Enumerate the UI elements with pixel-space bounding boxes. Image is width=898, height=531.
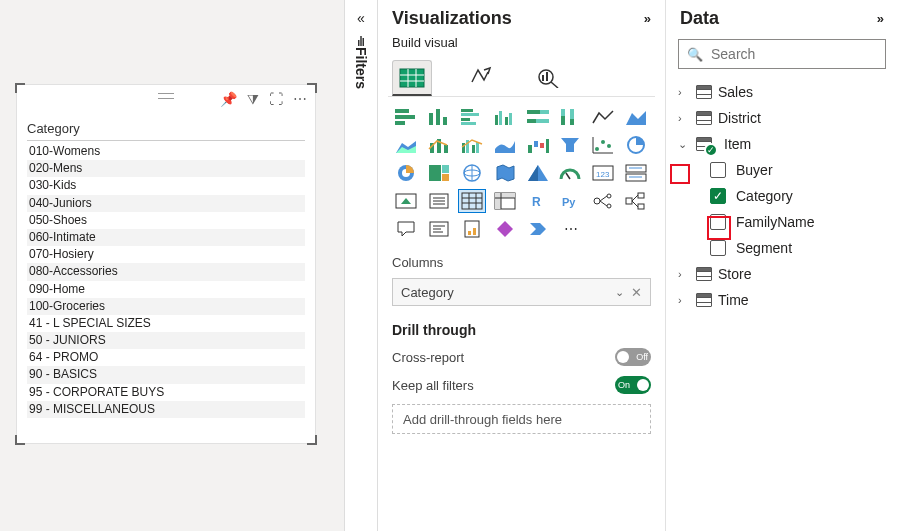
stacked-bar-chart-icon[interactable] xyxy=(392,105,420,129)
line-chart-icon[interactable] xyxy=(589,105,617,129)
key-influencers-icon[interactable] xyxy=(589,189,617,213)
table-row[interactable]: 64 - PROMO xyxy=(27,349,305,366)
ribbon-chart-icon[interactable] xyxy=(491,133,519,157)
search-input-container[interactable]: 🔍 xyxy=(678,39,886,69)
table-row[interactable]: 050-Shoes xyxy=(27,212,305,229)
filters-pane-collapsed[interactable]: « Filters xyxy=(344,0,378,531)
table-column-header[interactable]: Category xyxy=(27,121,305,141)
field-segment[interactable]: Segment xyxy=(710,235,886,261)
analytics-tab[interactable] xyxy=(528,60,568,96)
gauge-icon[interactable] xyxy=(556,161,584,185)
donut-chart-icon[interactable] xyxy=(392,161,420,185)
keep-filters-toggle[interactable]: On xyxy=(615,376,651,394)
paginated-report-icon[interactable] xyxy=(458,217,486,241)
chevron-right-icon[interactable]: › xyxy=(678,112,690,124)
table-row[interactable]: 060-Intimate xyxy=(27,229,305,246)
python-visual-icon[interactable]: Py xyxy=(556,189,584,213)
chevron-right-icon[interactable]: › xyxy=(678,86,690,98)
table-row[interactable]: 080-Accessories xyxy=(27,263,305,280)
field-familyname[interactable]: FamilyName xyxy=(710,209,886,235)
table-item[interactable]: ⌄ ✓ Item xyxy=(678,131,886,157)
table-store[interactable]: › Store xyxy=(678,261,886,287)
chevron-right-icon[interactable]: › xyxy=(678,268,690,280)
drag-handle-icon[interactable] xyxy=(158,93,174,99)
resize-handle-bl[interactable] xyxy=(15,435,25,445)
cross-report-toggle[interactable]: Off xyxy=(615,348,651,366)
table-row[interactable]: 090-Home xyxy=(27,281,305,298)
hundred-stacked-column-icon[interactable] xyxy=(556,105,584,129)
line-stacked-column-icon[interactable] xyxy=(425,133,453,157)
field-checkbox[interactable] xyxy=(710,162,726,178)
field-checkbox-checked[interactable]: ✓ xyxy=(710,188,726,204)
area-chart-icon[interactable] xyxy=(622,105,650,129)
table-row[interactable]: 030-Kids xyxy=(27,177,305,194)
table-row[interactable]: 020-Mens xyxy=(27,160,305,177)
collapse-chevron-icon[interactable]: » xyxy=(644,11,651,26)
filled-map-icon[interactable] xyxy=(491,161,519,185)
smart-narrative-icon[interactable] xyxy=(425,217,453,241)
svg-rect-25 xyxy=(509,113,512,125)
multi-row-card-icon[interactable] xyxy=(622,161,650,185)
slicer-icon[interactable] xyxy=(425,189,453,213)
funnel-chart-icon[interactable] xyxy=(556,133,584,157)
clustered-bar-chart-icon[interactable] xyxy=(458,105,486,129)
table-time[interactable]: › Time xyxy=(678,287,886,313)
resize-handle-tr[interactable] xyxy=(307,83,317,93)
pie-chart-icon[interactable] xyxy=(622,133,650,157)
stacked-area-chart-icon[interactable] xyxy=(392,133,420,157)
columns-field-well[interactable]: Category ⌄ ✕ xyxy=(392,278,651,306)
matrix-icon[interactable] xyxy=(491,189,519,213)
line-clustered-column-icon[interactable] xyxy=(458,133,486,157)
power-apps-icon[interactable] xyxy=(491,217,519,241)
table-district[interactable]: › District xyxy=(678,105,886,131)
scatter-chart-icon[interactable] xyxy=(589,133,617,157)
map-icon[interactable] xyxy=(458,161,486,185)
table-sales[interactable]: › Sales xyxy=(678,79,886,105)
remove-field-icon[interactable]: ✕ xyxy=(631,285,642,300)
table-row[interactable]: 90 - BASICS xyxy=(27,366,305,383)
get-more-visuals-icon[interactable]: ⋯ xyxy=(556,217,584,241)
waterfall-chart-icon[interactable] xyxy=(524,133,552,157)
resize-handle-tl[interactable] xyxy=(15,83,25,93)
field-checkbox[interactable] xyxy=(710,240,726,256)
table-row[interactable]: 95 - CORPORATE BUYS xyxy=(27,384,305,401)
table-row[interactable]: 99 - MISCELLANEOUS xyxy=(27,401,305,418)
stacked-column-chart-icon[interactable] xyxy=(425,105,453,129)
focus-mode-icon[interactable]: ⛶ xyxy=(269,91,283,108)
field-buyer[interactable]: Buyer xyxy=(710,157,886,183)
hundred-stacked-bar-icon[interactable] xyxy=(524,105,552,129)
field-checkbox[interactable] xyxy=(710,214,726,230)
pin-icon[interactable]: 📌 xyxy=(220,91,237,108)
chevron-down-icon[interactable]: ⌄ xyxy=(615,286,624,299)
table-row[interactable]: 010-Womens xyxy=(27,143,305,160)
format-visual-tab[interactable] xyxy=(460,60,500,96)
power-automate-icon[interactable] xyxy=(524,217,552,241)
treemap-icon[interactable] xyxy=(425,161,453,185)
qa-visual-icon[interactable] xyxy=(392,217,420,241)
more-options-icon[interactable]: ⋯ xyxy=(293,91,307,108)
r-visual-icon[interactable]: R xyxy=(524,189,552,213)
azure-map-icon[interactable] xyxy=(524,161,552,185)
table-row[interactable]: 070-Hosiery xyxy=(27,246,305,263)
table-row[interactable]: 100-Groceries xyxy=(27,298,305,315)
expand-chevron-icon[interactable]: « xyxy=(357,10,365,26)
table-visual-icon[interactable] xyxy=(458,189,486,213)
resize-handle-br[interactable] xyxy=(307,435,317,445)
table-visual[interactable]: 📌 ⧩ ⛶ ⋯ Category 010-Womens 020-Mens 030… xyxy=(16,84,316,444)
decomposition-tree-icon[interactable] xyxy=(622,189,650,213)
build-visual-tab[interactable] xyxy=(392,60,432,96)
filter-icon[interactable]: ⧩ xyxy=(247,91,259,108)
table-row[interactable]: 50 - JUNIORS xyxy=(27,332,305,349)
table-row[interactable]: 41 - L SPECIAL SIZES xyxy=(27,315,305,332)
field-category[interactable]: ✓ Category xyxy=(710,183,886,209)
drill-through-dropzone[interactable]: Add drill-through fields here xyxy=(392,404,651,434)
chevron-down-icon[interactable]: ⌄ xyxy=(678,138,690,151)
collapse-chevron-icon[interactable]: » xyxy=(877,11,884,26)
search-input[interactable] xyxy=(709,45,888,63)
table-row[interactable]: 040-Juniors xyxy=(27,195,305,212)
chevron-right-icon[interactable]: › xyxy=(678,294,690,306)
kpi-icon[interactable] xyxy=(392,189,420,213)
clustered-column-chart-icon[interactable] xyxy=(491,105,519,129)
card-icon[interactable]: 123 xyxy=(589,161,617,185)
svg-marker-34 xyxy=(626,111,646,125)
